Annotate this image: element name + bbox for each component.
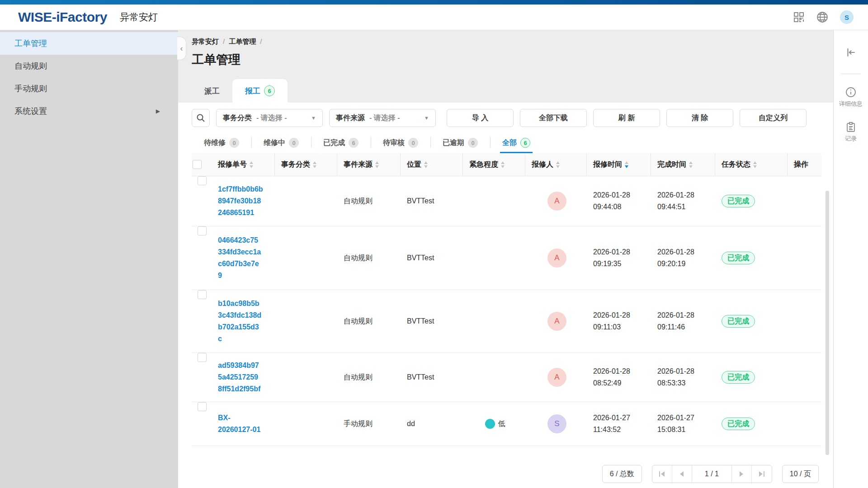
- sidebar-item-manual-rules[interactable]: 手动规则: [0, 77, 178, 100]
- collapse-panel-button[interactable]: [845, 47, 857, 58]
- table-scrollbar[interactable]: [826, 191, 829, 455]
- column-header-finish-time[interactable]: 完成时间: [651, 153, 715, 176]
- select-all-checkbox[interactable]: [193, 160, 202, 169]
- category-select[interactable]: 事务分类 - 请选择 - ▼: [216, 109, 323, 127]
- tab-report[interactable]: 报工6: [232, 79, 288, 103]
- status-tab-pending-repair[interactable]: 待维修0: [192, 132, 251, 153]
- first-page-button[interactable]: [652, 465, 672, 483]
- column-header-report-time[interactable]: 报修时间: [587, 153, 651, 176]
- qr-code-icon[interactable]: [793, 11, 805, 23]
- refresh-button[interactable]: 刷 新: [593, 109, 660, 127]
- sort-control[interactable]: [556, 161, 560, 168]
- cell-category: [275, 290, 337, 352]
- category-select-label: 事务分类: [223, 113, 252, 123]
- sort-asc-icon: [313, 161, 316, 164]
- tab-count-badge: 6: [264, 85, 275, 96]
- breadcrumb-item[interactable]: 异常安灯: [192, 38, 219, 46]
- row-checkbox[interactable]: [198, 353, 207, 362]
- cell-order-id[interactable]: 1cf7ffbb0b6b8947fe30b18246865191: [212, 176, 275, 226]
- column-header-status[interactable]: 任务状态: [715, 153, 788, 176]
- prev-page-button[interactable]: [672, 465, 692, 483]
- row-checkbox[interactable]: [198, 176, 207, 185]
- column-header-category[interactable]: 事务分类: [275, 153, 337, 176]
- status-tab-all[interactable]: 全部6: [490, 132, 542, 153]
- column-header-reporter[interactable]: 报修人: [525, 153, 587, 176]
- column-header-label: 完成时间: [657, 160, 686, 169]
- pager: 1 / 1: [652, 465, 772, 483]
- sidebar-collapse-button[interactable]: ‹: [177, 37, 186, 60]
- column-header-urgency[interactable]: 紧急程度: [463, 153, 525, 176]
- collapse-left-icon: [845, 47, 857, 58]
- download-all-button[interactable]: 全部下载: [520, 109, 587, 127]
- page-size-selector[interactable]: 10 / 页: [782, 465, 819, 483]
- search-button[interactable]: [192, 109, 210, 127]
- cell-source: 自动规则: [337, 176, 401, 226]
- row-checkbox[interactable]: [198, 402, 207, 411]
- import-button[interactable]: 导 入: [447, 109, 514, 127]
- reporter-avatar[interactable]: A: [547, 368, 566, 387]
- column-header-label: 报修人: [532, 160, 553, 169]
- breadcrumb[interactable]: 异常安灯/工单管理/: [192, 35, 833, 46]
- time-line: 2026-01-28: [593, 366, 646, 377]
- sort-control[interactable]: [689, 161, 693, 168]
- column-header-source[interactable]: 事件来源: [337, 153, 401, 176]
- sidebar-item-system-settings[interactable]: 系统设置▶: [0, 100, 178, 122]
- breadcrumb-item[interactable]: 工单管理: [229, 38, 256, 46]
- sort-control[interactable]: [753, 161, 757, 168]
- sidebar-item-label: 自动规则: [14, 61, 47, 71]
- cell-order-id[interactable]: b10ac98b5b3c43fdc138db702a155d3c: [212, 290, 275, 352]
- cell-reporter: A: [525, 226, 587, 290]
- clear-button[interactable]: 清 除: [666, 109, 733, 127]
- sort-control[interactable]: [424, 161, 428, 168]
- sidebar-item-auto-rules[interactable]: 自动规则: [0, 55, 178, 77]
- detail-info-button[interactable]: 详细信息: [839, 87, 863, 108]
- cell-source: 自动规则: [337, 226, 401, 290]
- reporter-avatar[interactable]: A: [547, 312, 566, 331]
- sort-control[interactable]: [501, 161, 505, 168]
- status-tab-in-repair[interactable]: 维修中0: [251, 132, 311, 153]
- order-id-line: 1cf7ffbb0b6b: [218, 183, 270, 195]
- cell-order-id[interactable]: 0466423c75334fd3ecc1ac60d7b3e7e9: [212, 226, 275, 290]
- sort-control[interactable]: [375, 161, 379, 168]
- next-page-button[interactable]: [732, 465, 752, 483]
- category-select-placeholder: - 请选择 -: [256, 113, 307, 123]
- time-line: 2026-01-28: [657, 310, 711, 321]
- status-tab-pending-review[interactable]: 待审核0: [371, 132, 430, 153]
- reporter-avatar[interactable]: A: [547, 249, 566, 267]
- status-tab-count: 0: [289, 138, 299, 148]
- sort-asc-icon: [556, 161, 560, 164]
- column-header-location[interactable]: 位置: [401, 153, 463, 176]
- column-header-actions[interactable]: 操作: [788, 153, 821, 176]
- row-checkbox-cell: [192, 402, 212, 446]
- record-button[interactable]: 记录: [845, 122, 857, 143]
- status-tab-overdue[interactable]: 已逾期0: [430, 132, 490, 153]
- sidebar-item-label: 系统设置: [14, 106, 47, 117]
- status-tab-count: 6: [349, 138, 359, 148]
- column-header-label: 紧急程度: [469, 160, 498, 169]
- source-select[interactable]: 事件来源 - 请选择 - ▼: [329, 109, 436, 127]
- sort-desc-icon: [424, 165, 428, 168]
- column-header-order-id[interactable]: 报修单号: [212, 153, 275, 176]
- sidebar-item-label: 工单管理: [14, 38, 47, 49]
- user-avatar[interactable]: S: [840, 10, 854, 24]
- row-checkbox[interactable]: [198, 290, 207, 299]
- cell-urgency: 低: [463, 402, 525, 446]
- tab-dispatch[interactable]: 派工: [192, 79, 232, 103]
- sort-control[interactable]: [250, 161, 253, 168]
- cell-order-id[interactable]: ad59384b975a425172598ff51d2f95bf: [212, 353, 275, 402]
- cell-urgency: [463, 353, 525, 402]
- last-page-button[interactable]: [752, 465, 772, 483]
- custom-columns-button[interactable]: 自定义列: [740, 109, 807, 127]
- sidebar-item-work-orders[interactable]: 工单管理: [0, 32, 178, 55]
- current-page-indicator: 1 / 1: [692, 465, 732, 483]
- sort-control[interactable]: [313, 161, 316, 168]
- reporter-avatar[interactable]: A: [547, 192, 566, 211]
- status-tab-count: 0: [468, 138, 478, 148]
- reporter-avatar[interactable]: S: [547, 414, 566, 433]
- row-checkbox[interactable]: [198, 226, 207, 235]
- cell-order-id[interactable]: BX-20260127-01: [212, 402, 275, 446]
- status-tab-completed[interactable]: 已完成6: [311, 132, 371, 153]
- globe-icon[interactable]: [816, 11, 828, 23]
- cell-location: dd: [401, 402, 463, 446]
- sort-control[interactable]: [625, 161, 628, 168]
